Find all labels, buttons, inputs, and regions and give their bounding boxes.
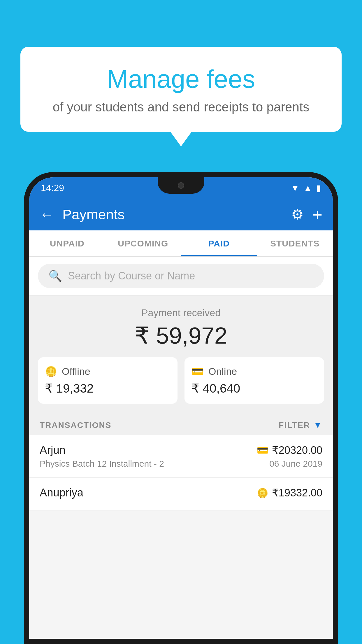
search-icon: 🔍	[48, 270, 62, 282]
online-card: 💳 Online ₹ 40,640	[184, 357, 324, 404]
bubble-subtitle: of your students and send receipts to pa…	[44, 100, 318, 114]
amount-right: 🪙 ₹19332.00	[257, 487, 322, 499]
student-name: Arjun	[40, 444, 66, 456]
transaction-amount: ₹19332.00	[272, 487, 322, 499]
offline-payment-icon: 🪙	[257, 487, 268, 498]
filter-label: FILTER	[279, 421, 310, 430]
status-time: 14:29	[41, 183, 64, 193]
phone-frame: 14:29 ▼ ▲ ▮ ← Payments ⚙ + UNPAID UPCOMI…	[24, 172, 338, 644]
app-header: ← Payments ⚙ +	[29, 198, 333, 230]
settings-button[interactable]: ⚙	[291, 206, 304, 223]
filter-button[interactable]: FILTER ▼	[279, 421, 322, 430]
payment-cards: 🪙 Offline ₹ 19,332 💳 Online ₹ 40,640	[38, 357, 324, 404]
transactions-header: TRANSACTIONS FILTER ▼	[29, 412, 333, 435]
date-info: 06 June 2019	[269, 459, 322, 469]
payment-summary: Payment received ₹ 59,972 🪙 Offline ₹ 19…	[29, 295, 333, 412]
tab-paid[interactable]: PAID	[181, 230, 257, 256]
payment-received-label: Payment received	[38, 307, 324, 318]
table-row[interactable]: Arjun 💳 ₹20320.00 Physics Batch 12 Insta…	[29, 435, 333, 478]
notch	[158, 177, 204, 194]
search-container: 🔍 Search by Course or Name	[29, 257, 333, 295]
status-icons: ▼ ▲ ▮	[291, 183, 321, 193]
offline-label: Offline	[62, 366, 90, 377]
back-button[interactable]: ←	[40, 206, 54, 223]
tab-upcoming[interactable]: UPCOMING	[105, 230, 181, 256]
online-label: Online	[208, 366, 237, 377]
student-name: Anupriya	[40, 487, 83, 499]
battery-icon: ▮	[316, 183, 321, 193]
add-button[interactable]: +	[312, 205, 322, 224]
header-title: Payments	[62, 206, 291, 223]
card-icon: 💳	[257, 445, 268, 456]
course-info: Physics Batch 12 Installment - 2	[40, 459, 164, 469]
speech-bubble-container: Manage fees of your students and send re…	[20, 47, 342, 132]
speech-bubble: Manage fees of your students and send re…	[20, 47, 342, 132]
amount-right: 💳 ₹20320.00	[257, 444, 322, 456]
filter-icon: ▼	[314, 421, 322, 430]
tabs-bar: UNPAID UPCOMING PAID STUDENTS	[29, 230, 333, 257]
online-card-header: 💳 Online	[191, 365, 317, 377]
camera-dot	[178, 182, 184, 189]
tab-unpaid[interactable]: UNPAID	[29, 230, 105, 256]
transaction-amount: ₹20320.00	[272, 444, 322, 456]
offline-icon: 🪙	[45, 365, 57, 377]
status-bar: 14:29 ▼ ▲ ▮	[29, 177, 333, 198]
table-row[interactable]: Anupriya 🪙 ₹19332.00	[29, 478, 333, 510]
transactions-label: TRANSACTIONS	[40, 421, 111, 430]
online-icon: 💳	[191, 365, 204, 377]
transaction-bottom: Physics Batch 12 Installment - 2 06 June…	[40, 459, 322, 469]
transaction-top: Arjun 💳 ₹20320.00	[40, 444, 322, 456]
offline-card-header: 🪙 Offline	[45, 365, 171, 377]
search-input[interactable]: Search by Course or Name	[68, 270, 195, 282]
signal-icon: ▲	[303, 183, 312, 193]
online-amount: ₹ 40,640	[191, 381, 317, 396]
wifi-icon: ▼	[291, 183, 300, 193]
phone-screen: 14:29 ▼ ▲ ▮ ← Payments ⚙ + UNPAID UPCOMI…	[29, 177, 333, 639]
offline-card: 🪙 Offline ₹ 19,332	[38, 357, 178, 404]
bubble-title: Manage fees	[44, 64, 318, 94]
search-bar[interactable]: 🔍 Search by Course or Name	[38, 264, 324, 288]
tab-students[interactable]: STUDENTS	[257, 230, 333, 256]
payment-total-amount: ₹ 59,972	[38, 322, 324, 349]
offline-amount: ₹ 19,332	[45, 381, 171, 396]
transaction-top: Anupriya 🪙 ₹19332.00	[40, 487, 322, 499]
